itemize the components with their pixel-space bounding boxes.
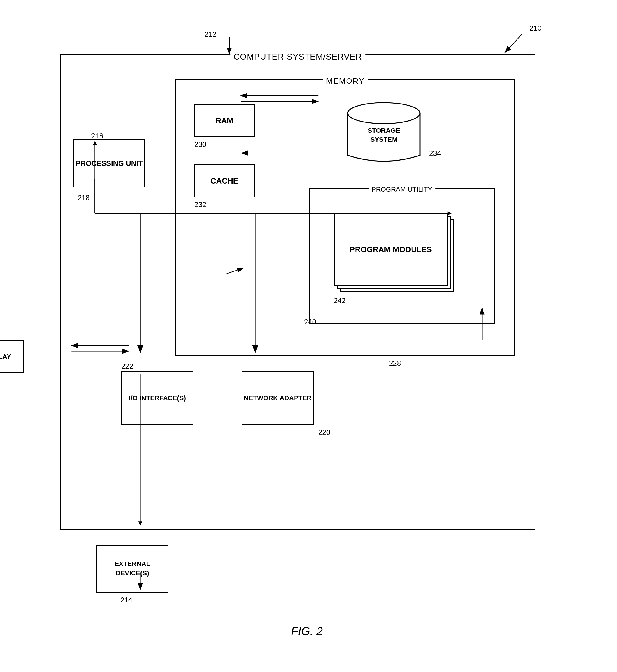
svg-text:SYSTEM: SYSTEM [370, 136, 397, 143]
ref-214: 214 [120, 596, 132, 604]
ref-242: 242 [334, 297, 346, 305]
svg-point-1 [348, 103, 420, 124]
ref-216: 216 [91, 132, 103, 140]
program-utility-label: PROGRAM UTILITY [369, 186, 435, 193]
ref-210: 210 [530, 24, 542, 32]
ref-234: 234 [429, 149, 441, 158]
program-modules-box: PROGRAM MODULES [334, 213, 448, 286]
program-utility-box: PROGRAM UTILITY PROGRAM MODULES 242 [308, 188, 495, 324]
processing-unit-box: PROCESSING UNIT [73, 139, 145, 187]
outer-box-label: COMPUTER SYSTEM/SERVER [230, 52, 365, 62]
svg-text:STORAGE: STORAGE [368, 127, 400, 134]
svg-line-8 [505, 34, 522, 53]
program-modules-stack: PROGRAM MODULES [334, 213, 466, 304]
display-box: DISPLAY [0, 340, 24, 373]
memory-box: MEMORY RAM 230 CACHE 232 STORAGE [175, 79, 515, 356]
ref-240: 240 [304, 318, 316, 326]
computer-system-box: COMPUTER SYSTEM/SERVER MEMORY RAM 230 CA… [60, 54, 536, 530]
ref-230: 230 [194, 140, 206, 149]
ref-222: 222 [121, 362, 133, 370]
ref-218: 218 [77, 193, 90, 202]
ref-220: 220 [318, 428, 330, 437]
figure-caption: FIG. 2 [291, 625, 323, 638]
cache-box: CACHE [194, 164, 254, 197]
network-adapter-box: NETWORK ADAPTER [242, 371, 314, 425]
external-devices-box: EXTERNAL DEVICE(S) [96, 545, 169, 593]
storage-system: STORAGE SYSTEM [345, 98, 423, 164]
ref-212: 212 [205, 30, 217, 38]
memory-label: MEMORY [323, 76, 368, 86]
ref-232: 232 [194, 200, 206, 209]
io-interface-box: I/O INTERFACE(S) [121, 371, 193, 425]
ram-box: RAM [194, 104, 254, 137]
ref-228: 228 [389, 359, 401, 367]
